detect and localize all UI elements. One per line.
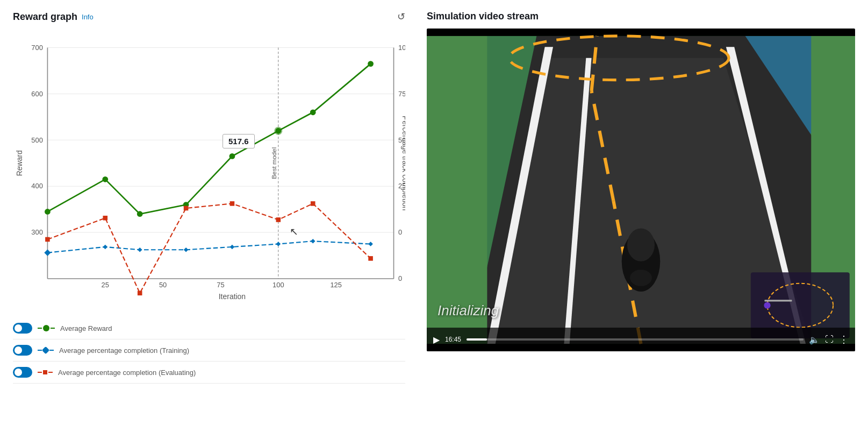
legend-item-evaluating: Average percentage completion (Evaluatin… <box>13 362 405 384</box>
svg-point-37 <box>310 109 316 115</box>
svg-point-73 <box>630 270 652 286</box>
svg-text:0: 0 <box>398 274 402 282</box>
legend-line-reward <box>38 325 55 331</box>
svg-text:300: 300 <box>31 228 42 236</box>
progress-bar[interactable] <box>467 338 804 341</box>
svg-marker-47 <box>311 239 315 244</box>
svg-rect-54 <box>276 217 281 222</box>
svg-marker-42 <box>103 245 107 250</box>
reward-graph-header: Reward graph Info ↺ <box>13 11 405 23</box>
svg-marker-46 <box>276 242 281 246</box>
right-panel: Simulation video stream <box>427 11 855 428</box>
svg-rect-49 <box>45 237 50 242</box>
svg-rect-52 <box>184 206 189 211</box>
svg-text:75: 75 <box>398 90 405 98</box>
svg-marker-48 <box>368 242 373 246</box>
svg-text:25: 25 <box>102 281 109 289</box>
time-display: 16:45 <box>445 336 461 343</box>
chart-legend: Average Reward Average percentage comple… <box>13 317 405 384</box>
svg-text:100: 100 <box>272 281 284 289</box>
toggle-evaluating[interactable] <box>13 367 32 378</box>
svg-marker-43 <box>138 247 142 252</box>
fullscreen-button[interactable]: ⛶ <box>825 335 834 344</box>
svg-point-31 <box>102 176 108 182</box>
svg-text:400: 400 <box>31 182 42 190</box>
svg-text:75: 75 <box>217 281 224 289</box>
svg-text:50: 50 <box>159 281 167 289</box>
svg-text:125: 125 <box>330 281 341 289</box>
reward-chart-container: 517.6 700 600 500 400 300 <box>13 29 405 309</box>
svg-point-38 <box>368 61 374 67</box>
svg-text:Reward: Reward <box>15 150 24 176</box>
simulation-header: Simulation video stream <box>427 11 855 22</box>
svg-text:Iteration: Iteration <box>219 292 246 301</box>
svg-point-30 <box>45 209 51 215</box>
video-controls-bar: ▶ 16:45 🔈 ⛶ ⋮ <box>427 328 855 351</box>
svg-point-76 <box>764 302 770 308</box>
svg-text:600: 600 <box>31 90 42 98</box>
legend-item-training: Average percentage completion (Training) <box>13 339 405 362</box>
svg-text:500: 500 <box>31 136 42 144</box>
svg-text:0: 0 <box>398 228 402 236</box>
video-overlay-text: Initializing <box>437 302 499 319</box>
svg-marker-69 <box>427 36 487 344</box>
svg-rect-50 <box>103 216 107 221</box>
svg-marker-44 <box>184 247 189 252</box>
simulation-title: Simulation video stream <box>427 11 539 22</box>
video-container[interactable]: Initializing ▶ 16:45 🔈 ⛶ ⋮ <box>427 29 855 351</box>
left-panel: Reward graph Info ↺ 517.6 <box>13 11 405 428</box>
toggle-training[interactable] <box>13 345 32 356</box>
legend-label-evaluating: Average percentage completion (Evaluatin… <box>58 369 196 377</box>
svg-point-72 <box>627 229 655 261</box>
legend-label-training: Average percentage completion (Training) <box>59 346 189 355</box>
reward-chart-svg: 700 600 500 400 300 Reward 100 75 50 25 … <box>13 29 405 309</box>
svg-point-34 <box>229 153 235 159</box>
svg-rect-51 <box>138 291 142 296</box>
legend-item-reward: Average Reward <box>13 317 405 339</box>
svg-rect-55 <box>311 201 315 206</box>
svg-text:100: 100 <box>398 44 405 52</box>
volume-button[interactable]: 🔈 <box>809 335 820 345</box>
svg-point-32 <box>137 211 143 217</box>
svg-rect-56 <box>368 256 373 261</box>
svg-marker-45 <box>230 245 235 250</box>
main-container: Reward graph Info ↺ 517.6 <box>0 0 868 439</box>
toggle-reward[interactable] <box>13 323 32 334</box>
reward-graph-title: Reward graph <box>13 11 77 23</box>
refresh-button[interactable]: ↺ <box>397 11 405 23</box>
legend-line-evaluating <box>38 370 53 374</box>
svg-rect-77 <box>764 300 792 301</box>
legend-label-reward: Average Reward <box>60 324 112 332</box>
more-options-button[interactable]: ⋮ <box>839 334 849 345</box>
svg-rect-53 <box>230 201 235 206</box>
play-button[interactable]: ▶ <box>433 335 440 345</box>
svg-text:700: 700 <box>31 44 42 52</box>
svg-text:Percentage track completion: Percentage track completion <box>401 116 405 211</box>
svg-text:Best model: Best model <box>270 147 278 179</box>
progress-bar-fill <box>467 338 487 341</box>
info-link[interactable]: Info <box>82 13 94 21</box>
svg-point-36 <box>275 128 281 134</box>
legend-line-training <box>38 348 54 353</box>
svg-text:↖: ↖ <box>290 226 298 237</box>
